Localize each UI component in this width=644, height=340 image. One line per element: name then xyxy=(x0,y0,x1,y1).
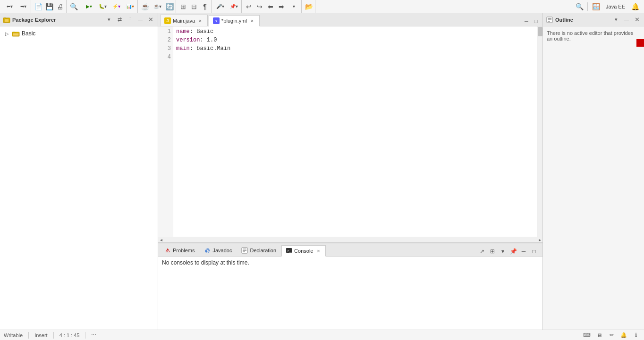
package-explorer-icon xyxy=(3,16,10,24)
status-insert-label: Insert xyxy=(34,332,48,338)
svg-text:>_: >_ xyxy=(287,249,291,253)
tab-problems[interactable]: ⚠ Problems xyxy=(160,245,199,256)
tab-plugin-yml-label: *plugin.yml xyxy=(221,18,247,24)
outline-red-indicator xyxy=(636,39,644,47)
line-num-3: 3 xyxy=(158,44,171,53)
status-sep-2 xyxy=(53,332,54,339)
status-sep-1 xyxy=(28,332,29,339)
new-button[interactable]: 📄 xyxy=(33,1,43,12)
outline-close-btn[interactable]: ✕ xyxy=(633,16,641,24)
bottom-console-content: No consoles to display at this time. xyxy=(158,257,542,330)
package-explorer-title: Package Explorer xyxy=(12,17,103,23)
console-tab-icon: >_ xyxy=(286,247,292,255)
package-explorer-close-btn[interactable]: ✕ xyxy=(146,16,155,24)
package-explorer-sync-btn[interactable]: ⇄ xyxy=(115,16,124,24)
toolbar-group-misc: 🎤▾ 📌▾ xyxy=(212,0,242,13)
toolbar-group-tools: 🔍 xyxy=(68,0,80,13)
misc-btn2[interactable]: 📌▾ xyxy=(227,1,240,12)
yml-file-icon: Y xyxy=(213,17,220,24)
editor-text-area[interactable]: name: Basic version: 1.0 main: basic.Mai… xyxy=(173,26,537,237)
console-view-btn[interactable]: ▾ xyxy=(498,247,508,256)
edit-btn3[interactable]: ¶ xyxy=(200,1,210,12)
status-keyboard-btn[interactable]: ⌨ xyxy=(583,331,591,340)
back-nav-btn[interactable]: ⬅ xyxy=(265,1,276,12)
perspective-label[interactable]: Java EE xyxy=(603,3,628,10)
tree-item-basic[interactable]: ▷ Basic xyxy=(0,28,158,39)
bottom-maximize-btn[interactable]: □ xyxy=(529,247,539,256)
tree-item-basic-label: Basic xyxy=(22,30,35,37)
coverage-button[interactable]: 📊▾ xyxy=(123,1,136,12)
misc-btn1[interactable]: 🎤▾ xyxy=(213,1,227,12)
package-explorer-minimize-btn[interactable]: ─ xyxy=(136,16,144,24)
toolbar-group-file: 📄 💾 🖨 xyxy=(32,0,67,13)
toolbar-group-run: ▶▾ 🐛▾ ⚡▾ 📊▾ xyxy=(81,0,138,13)
forward-button[interactable]: ➡▾ xyxy=(17,1,30,12)
editor-hscrollbar[interactable]: ◂ ▸ xyxy=(158,237,542,242)
outline-header: Outline ▾ ─ ✕ xyxy=(543,13,644,26)
package-explorer-dots-btn[interactable]: ⋮ xyxy=(126,16,134,24)
save-button[interactable]: 💾 xyxy=(44,1,54,12)
toolbar-group-java: ☕ ☕▾ 🔄 xyxy=(139,0,176,13)
status-bar: Writable Insert 4 : 1 : 45 ⋯ ⌨ 🖥 ✏ 🔔 ℹ xyxy=(0,330,644,340)
package-explorer-header: Package Explorer ▾ ⇄ ⋮ ─ ✕ xyxy=(0,13,158,26)
tab-console[interactable]: >_ Console × xyxy=(281,245,326,257)
run-button[interactable]: ▶▾ xyxy=(82,1,95,12)
outline-minimize-btn[interactable]: ─ xyxy=(622,16,631,24)
console-empty-message: No consoles to display at this time. xyxy=(162,259,249,266)
java-btn3[interactable]: 🔄 xyxy=(164,1,175,12)
open-btn[interactable]: 📂 xyxy=(304,1,314,12)
edit-btn2[interactable]: ⊟ xyxy=(189,1,199,12)
nav-dropdown[interactable]: ▾ xyxy=(287,1,300,12)
svg-rect-5 xyxy=(13,33,19,36)
edit-btn1[interactable]: ⊞ xyxy=(178,1,188,12)
search-toolbar-btn[interactable]: 🔍 xyxy=(68,1,79,12)
console-open-btn[interactable]: ↗ xyxy=(477,247,487,256)
global-search-btn[interactable]: 🔍 xyxy=(574,1,585,12)
console-new-btn[interactable]: ⊞ xyxy=(488,247,497,256)
next-edit-btn[interactable]: ↪ xyxy=(254,1,265,12)
code-line-1: name: Basic xyxy=(176,27,534,36)
bottom-panel: ⚠ Problems @ Javadoc xyxy=(158,242,542,330)
notifications-btn[interactable]: 🔔 xyxy=(630,1,640,12)
status-sep-3 xyxy=(85,332,85,339)
prev-edit-btn[interactable]: ↩ xyxy=(244,1,254,12)
status-extra: ⋯ xyxy=(91,332,96,338)
fwd-nav-btn[interactable]: ➡ xyxy=(276,1,287,12)
java-btn1[interactable]: ☕ xyxy=(140,1,150,12)
toolbar-right: 🔍 🪟 Java EE 🔔 xyxy=(574,1,642,12)
hscroll-right-arrow[interactable]: ▸ xyxy=(537,237,542,243)
console-pin-btn[interactable]: 📌 xyxy=(508,247,518,256)
status-insert: Insert xyxy=(34,332,48,338)
back-button[interactable]: ⬅▾ xyxy=(3,1,16,12)
tab-main-java-close[interactable]: × xyxy=(197,17,203,24)
java-btn2[interactable]: ☕▾ xyxy=(151,1,164,12)
outline-icon xyxy=(546,16,553,24)
print-button[interactable]: 🖨 xyxy=(55,1,65,12)
tab-plugin-yml-close[interactable]: × xyxy=(249,17,255,24)
tab-main-java-label: Main.java xyxy=(173,18,195,24)
editor-main-area: 1 2 3 4 name: Basic version: 1.0 main: b… xyxy=(158,26,542,237)
editor-maximize-btn[interactable]: □ xyxy=(531,17,541,26)
window-btn[interactable]: 🪟 xyxy=(591,1,601,12)
editor-minimize-btn[interactable]: ─ xyxy=(522,17,531,26)
code-line-4 xyxy=(176,53,534,61)
status-bell-btn[interactable]: 🔔 xyxy=(619,331,628,340)
tab-declaration[interactable]: Declaration xyxy=(237,245,280,256)
bottom-toolbar-btns: ↗ ⊞ ▾ 📌 ─ □ xyxy=(475,247,541,256)
editor-vscrollbar[interactable] xyxy=(537,26,542,237)
declaration-icon xyxy=(241,247,248,254)
profile-button[interactable]: ⚡▾ xyxy=(110,1,123,12)
status-monitor-btn[interactable]: 🖥 xyxy=(595,331,603,340)
package-explorer-menu-btn[interactable]: ▾ xyxy=(105,16,113,24)
status-info-btn[interactable]: ℹ xyxy=(632,331,640,340)
hscroll-left-arrow[interactable]: ◂ xyxy=(158,237,164,243)
line-num-1: 1 xyxy=(158,27,171,36)
tab-javadoc[interactable]: @ Javadoc xyxy=(200,245,236,256)
debug-button[interactable]: 🐛▾ xyxy=(96,1,109,12)
bottom-minimize-btn[interactable]: ─ xyxy=(519,247,528,256)
tab-main-java[interactable]: J Main.java × xyxy=(160,15,208,26)
outline-menu-btn[interactable]: ▾ xyxy=(612,16,620,24)
status-pencil-btn[interactable]: ✏ xyxy=(607,331,616,340)
tab-plugin-yml[interactable]: Y *plugin.yml × xyxy=(209,15,260,26)
tab-console-close[interactable]: × xyxy=(315,248,322,254)
